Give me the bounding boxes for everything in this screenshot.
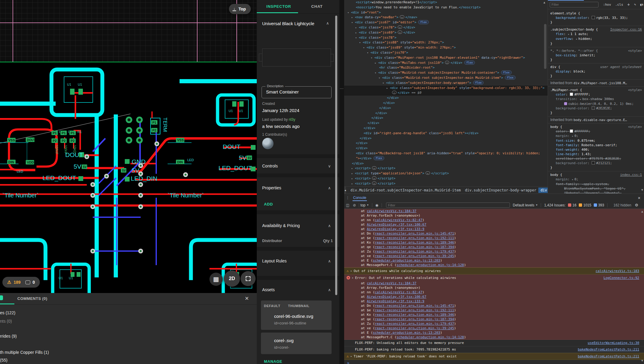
collapse-arrow-icon[interactable]: ▸ [355, 25, 359, 30]
scroll-up-icon[interactable]: ▲ [642, 2, 643, 6]
style-rule[interactable]: body {index.css:1margin: ▸0;font-family:… [548, 171, 644, 194]
issues-label[interactable]: 1,424 Issues: [544, 203, 565, 207]
chevron-up-icon[interactable]: ∧ [328, 186, 331, 190]
flex-badge[interactable]: flex [505, 75, 516, 80]
elements-tree-row[interactable]: ▸<script>…</script> [344, 176, 548, 181]
source-link[interactable]: calcAirwiresViz.ts:184:37 [367, 209, 417, 213]
style-rule[interactable]: div {user agent stylesheetdisplay: block… [548, 64, 644, 80]
section-properties[interactable]: Properties [262, 185, 281, 190]
elements-tree-row[interactable]: </div> [344, 111, 548, 116]
elements-tree-row[interactable]: ▸<div class="jss78">…</div> [344, 25, 548, 30]
source-link[interactable]: AirwiresDisplay.r3f.tsx:133:9 [367, 227, 424, 231]
tab-chat[interactable]: CHAT [311, 4, 323, 9]
style-rule[interactable]: body {<style>color: #FFFFFF;margin: ▸0;f… [548, 123, 644, 171]
collapse-arrow-icon[interactable]: ▸ [351, 15, 355, 20]
asset-card[interactable]: DEFAULT THUMBNAIL corel-96-outline.svg i… [261, 300, 332, 330]
chevron-up-icon[interactable]: ∧ [328, 288, 331, 292]
style-property[interactable]: color: #FFFFFF; [550, 129, 642, 134]
source-link[interactable]: AirwiresDisplay.r3f.tsx:100:67 [367, 223, 426, 226]
color-swatch[interactable] [592, 16, 595, 19]
flex-badge[interactable]: flex [473, 81, 484, 85]
elements-tree-row[interactable]: ▾<div class="MuiPaper-root jss108 MuiPap… [344, 55, 548, 61]
color-swatch[interactable] [592, 161, 595, 164]
chevron-up-icon[interactable]: ∧ [326, 21, 329, 25]
style-property[interactable]: scrollbar-color: #757575 #2E2E2E; [550, 156, 642, 161]
2d-view-button[interactable]: 2D [224, 271, 240, 287]
manage-assets-button[interactable]: MANAGE [264, 359, 282, 364]
hov-button[interactable]: :hov [603, 3, 611, 7]
style-property[interactable]: line-height: 1.43; [550, 152, 642, 156]
description-field[interactable]: Description Smart Container [262, 86, 332, 98]
source-link[interactable]: react-reconciler.pro…tion.min.js:145:471 [375, 304, 454, 308]
breadcrumb-item[interactable]: div.subjectInspector-body [538, 188, 548, 193]
style-rule[interactable]: *, *::before, *::after {<style>box-sizin… [548, 47, 644, 64]
elements-tree-row[interactable]: </div> [344, 126, 548, 131]
expand-arrow-icon[interactable]: ▸ [350, 269, 352, 273]
layer-top-button[interactable]: ↓ Top [229, 4, 251, 14]
flex-badge[interactable]: flex [418, 20, 429, 24]
section-controls[interactable]: Controls [262, 164, 278, 168]
elements-tree-row[interactable]: ▾<div class="jss70"> [344, 50, 548, 55]
collapsed-content-icon[interactable]: … [392, 91, 397, 94]
chevron-up-icon[interactable]: ∧ [328, 259, 331, 263]
style-property[interactable]: font-size: 0.875rem; [550, 138, 642, 143]
source-link[interactable]: useEditorWarmLoading.ts:30 [588, 341, 644, 345]
elements-tree-row[interactable]: <div id="right-pane-drag-handle" class="… [344, 131, 548, 136]
collapse-arrow-icon[interactable]: ▸ [386, 86, 390, 91]
source-link[interactable]: react-reconciler.pro…tion.min.js:145:471 [375, 232, 454, 235]
right-pane-drag-handle[interactable]: ⋯ [339, 0, 344, 364]
avatar[interactable] [262, 138, 274, 149]
source-link[interactable]: AirwiresDisplay.r3f.tsx:100:67 [367, 295, 426, 299]
elements-tree-row[interactable]: <hr class="MuiDivider-root"> [344, 65, 548, 70]
source-link[interactable]: react-reconciler.pro…ction.min.js:39:245 [375, 254, 454, 258]
scroll-up-icon[interactable]: ▲ [641, 210, 643, 213]
elements-tree-row[interactable]: ▸<script>…</script> [344, 166, 548, 171]
style-property[interactable]: overflow: ▸hidden; [550, 37, 642, 41]
console-warning-row[interactable]: ⚠▸Timer 'FLUX-PERF: baking reload took' … [344, 353, 644, 360]
elements-tree-row[interactable]: </div> [344, 121, 548, 126]
tab-comments[interactable]: COMMENTS (0) [17, 296, 47, 301]
issues-badge[interactable]: ⚠ 189 0 [2, 277, 40, 288]
style-property[interactable]: flex: ▸1 1 auto; [550, 32, 642, 37]
elements-tree-row[interactable]: ▾<div id="root"> [344, 10, 548, 15]
style-rule[interactable]: .MuiPaper-root {<style>color: #FFFFFF;tr… [548, 87, 644, 117]
scroll-down-icon[interactable]: ▼ [641, 359, 643, 362]
source-link[interactable]: react-reconciler.pro…tion.min.js:179:437 [375, 322, 454, 326]
source-link[interactable]: react-reconciler.pro…tion.min.js:187:394 [375, 245, 454, 249]
style-property[interactable]: background-color: #2E2E2E; [550, 106, 642, 111]
elements-tree-row[interactable]: ▾<div class="jss89" style="min-width: 27… [344, 45, 548, 50]
elements-tree-row[interactable]: ▸<div class="jss69">…</div> [344, 30, 548, 35]
close-console-icon[interactable]: ✕ [638, 195, 640, 200]
asset-card[interactable]: corel-.svg id=corel- [261, 333, 332, 354]
style-property[interactable]: font-weight: 400; [550, 147, 642, 152]
style-property[interactable]: margin: ▸0; [550, 134, 642, 138]
elements-tree-row[interactable]: ▾<div class="jss78"> [344, 35, 548, 40]
elements-tree-row[interactable]: ▸<nav data-cy="navBar">…</nav> [344, 15, 548, 20]
elements-tree-row[interactable]: ▾<div class="MuiGrid-root subjectInspect… [344, 75, 548, 81]
inherited-element-link[interactable]: body.disable-nav-gesture.E… [573, 118, 627, 122]
source-link[interactable]: bakeNodesFromLatestPatch.ts:211 [578, 347, 644, 352]
expand-arrow-icon[interactable]: ▾ [379, 75, 382, 81]
elements-tree-row[interactable]: ▾<div class="jss88" style="width: 276px;… [344, 40, 548, 45]
style-property[interactable]: background-color: #212121; [550, 161, 642, 165]
source-link[interactable]: react-reconciler.pro…tion.min.js:189:346 [375, 313, 454, 317]
collapsed-content-icon[interactable]: … [445, 61, 449, 64]
expand-arrow-icon[interactable]: ▾ [347, 10, 351, 15]
style-rule[interactable]: element.style {background-color: rgb(33,… [548, 10, 644, 26]
section-layout-rules[interactable]: Layout Rules [262, 259, 287, 263]
source-link[interactable]: scheduler.production.min.js:13:203 [373, 331, 440, 335]
rule-check-item[interactable]: th multiple Copper Fills (1) [0, 350, 49, 355]
console-log-row[interactable]: FLUX-PERF: Unloading all editors due to … [344, 340, 644, 346]
color-swatch[interactable] [592, 106, 595, 110]
pcb-canvas[interactable]: VSSDOUTDINVDDLEDP1C2P1C1P1R1P2P2P2100nF1… [0, 0, 257, 364]
breadcrumb-item[interactable]: div.subjectInspector-body-wrapper [463, 188, 538, 193]
flex-badge[interactable]: flex [501, 70, 512, 75]
rule-check-item[interactable]: es (122) [0, 310, 15, 315]
elements-tree-row[interactable]: <noscript>You need to enable JavaScript … [344, 5, 548, 10]
expand-arrow-icon[interactable]: ▾ [371, 55, 374, 61]
elements-tree-row[interactable]: </div> [344, 96, 548, 101]
console-warning-row[interactable]: ⚠▸Out of iterations while calculating ai… [344, 268, 644, 274]
scroll-down-icon[interactable]: ▼ [641, 188, 643, 191]
chevron-up-icon[interactable]: ∧ [328, 223, 331, 228]
section-assets[interactable]: Assets [262, 287, 275, 292]
